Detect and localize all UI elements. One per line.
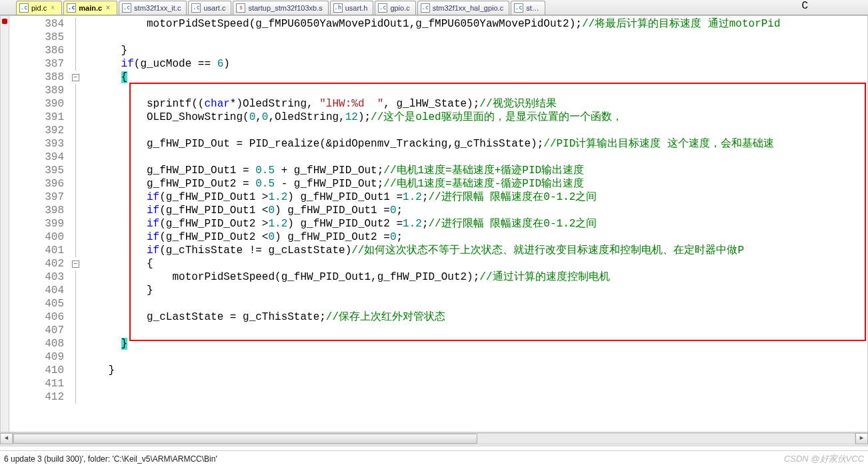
code-row[interactable]: } [83, 284, 867, 297]
fold-guide [75, 97, 76, 111]
fold-cell[interactable] [71, 284, 80, 297]
hscroll-right-button[interactable]: ► [855, 433, 868, 444]
code-row[interactable] [83, 297, 867, 310]
code-lines[interactable]: motorPidSetSpeed(g_fMPU6050YawMovePidOut… [83, 17, 867, 404]
fold-guide [75, 217, 76, 231]
fold-cell[interactable] [71, 390, 80, 404]
tab-label: main.c [79, 4, 102, 12]
code-row[interactable]: g_fHW_PID_Out1 = 0.5 + g_fHW_PID_Out;//电… [83, 164, 867, 177]
code-row[interactable]: if(g_ucMode == 6) [83, 57, 867, 71]
code-row[interactable] [83, 124, 867, 137]
fold-cell[interactable] [71, 137, 80, 151]
code-viewport[interactable]: 3843853863873883893903913923933943953963… [9, 16, 867, 432]
code-row[interactable]: } [83, 44, 867, 57]
fold-cell[interactable] [71, 177, 80, 191]
fold-column[interactable]: −− [71, 16, 80, 404]
fold-cell[interactable] [71, 244, 80, 257]
code-row[interactable]: if(g_fHW_PID_Out2 <0) g_fHW_PID_Out2 =0; [83, 231, 867, 244]
tab-usart-h[interactable]: .husart.h [330, 1, 374, 15]
code-row[interactable] [83, 31, 867, 44]
code-row[interactable]: { [83, 257, 867, 270]
fold-cell[interactable] [71, 97, 80, 111]
fold-cell[interactable] [71, 270, 80, 284]
fold-cell[interactable] [71, 111, 80, 124]
code-row[interactable]: motorPidSetSpeed(g_fHW_PID_Out1,g_fHW_PI… [83, 270, 867, 284]
tab-stm32f1xx-hal-gpio-c[interactable]: .cstm32f1xx_hal_gpio.c [417, 1, 509, 15]
fold-minus-icon[interactable]: − [72, 260, 79, 268]
tab-close-icon[interactable]: × [106, 5, 111, 11]
fold-guide [75, 17, 76, 31]
h-file-icon: .h [333, 3, 343, 13]
fold-guide [75, 337, 76, 350]
fold-cell[interactable] [71, 57, 80, 71]
fold-cell[interactable]: − [71, 257, 80, 270]
code-row[interactable]: if(g_fHW_PID_Out2 >1.2) g_fHW_PID_Out2 =… [83, 217, 867, 231]
fold-cell[interactable] [71, 350, 80, 364]
fold-guide [75, 57, 76, 71]
tab-main-c[interactable]: .cmain.c× [63, 1, 117, 15]
line-number: 384 [9, 17, 71, 31]
fold-guide [75, 44, 76, 57]
code-row[interactable] [83, 377, 867, 390]
fold-cell[interactable] [71, 164, 80, 177]
fold-cell[interactable] [71, 310, 80, 324]
code-row[interactable]: sprintf((char*)OledString, "lHW:%d ", g_… [83, 97, 867, 111]
line-number: 397 [9, 191, 71, 204]
fold-guide [75, 297, 76, 310]
code-row[interactable] [83, 84, 867, 97]
fold-cell[interactable] [71, 377, 80, 390]
hscroll-left-button[interactable]: ◄ [0, 433, 13, 444]
tab-stm32f1xx-it-c[interactable]: .cstm32f1xx_it.c [119, 1, 187, 15]
tab-pid-c[interactable]: .cpid.c× [16, 1, 62, 15]
code-row[interactable]: } [83, 337, 867, 350]
code-row[interactable] [83, 151, 867, 164]
code-row[interactable]: if(g_fHW_PID_Out1 >1.2) g_fHW_PID_Out1 =… [83, 191, 867, 204]
fold-cell[interactable] [71, 31, 80, 44]
hscroll-thumb[interactable] [13, 434, 477, 444]
fold-cell[interactable] [71, 217, 80, 231]
code-row[interactable]: { [83, 71, 867, 84]
code-row[interactable]: OLED_ShowString(0,0,OledString,12);//这个是… [83, 111, 867, 124]
tab-label: startup_stm32f103xb.s [248, 4, 322, 12]
code-row[interactable] [83, 324, 867, 337]
fold-cell[interactable] [71, 364, 80, 377]
fold-cell[interactable] [71, 231, 80, 244]
hscrollbar[interactable]: ◄ ► [0, 432, 868, 444]
fold-cell[interactable] [71, 151, 80, 164]
line-number: 388 [9, 71, 71, 84]
tab-close-icon[interactable]: × [51, 5, 56, 11]
fold-guide [75, 111, 76, 124]
fold-cell[interactable] [71, 44, 80, 57]
line-number: 407 [9, 324, 71, 337]
hscroll-track[interactable] [13, 433, 855, 444]
fold-cell[interactable] [71, 191, 80, 204]
fold-cell[interactable] [71, 17, 80, 31]
line-number: 389 [9, 84, 71, 97]
tab-st-[interactable]: .cst… [511, 1, 545, 15]
tab-gpio-c[interactable]: .cgpio.c [375, 1, 415, 15]
fold-cell[interactable]: − [71, 71, 80, 84]
fold-minus-icon[interactable]: − [72, 74, 79, 81]
line-number: 406 [9, 310, 71, 324]
line-number: 412 [9, 390, 71, 404]
fold-cell[interactable] [71, 124, 80, 137]
code-row[interactable]: g_fHW_PID_Out2 = 0.5 - g_fHW_PID_Out;//电… [83, 177, 867, 191]
line-number: 390 [9, 97, 71, 111]
code-row[interactable] [83, 350, 867, 364]
fold-cell[interactable] [71, 324, 80, 337]
code-row[interactable]: } [83, 364, 867, 377]
fold-cell[interactable] [71, 204, 80, 217]
code-row[interactable]: g_cLastState = g_cThisState;//保存上次红外对管状态 [83, 310, 867, 324]
fold-cell[interactable] [71, 84, 80, 97]
line-number: 385 [9, 31, 71, 44]
tab-usart-c[interactable]: .cusart.c [188, 1, 231, 15]
code-row[interactable]: motorPidSetSpeed(g_fMPU6050YawMovePidOut… [83, 17, 867, 31]
code-row[interactable]: if(g_cThisState != g_cLastState)//如何这次状态… [83, 244, 867, 257]
code-row[interactable] [83, 390, 867, 404]
breakpoint-marker-icon[interactable] [2, 19, 7, 24]
fold-cell[interactable] [71, 337, 80, 350]
tab-startup-stm32f103xb-s[interactable]: sstartup_stm32f103xb.s [233, 1, 328, 15]
code-row[interactable]: g_fHW_PID_Out = PID_realize(&pidOpenmv_T… [83, 137, 867, 151]
code-row[interactable]: if(g_fHW_PID_Out1 <0) g_fHW_PID_Out1 =0; [83, 204, 867, 217]
fold-cell[interactable] [71, 297, 80, 310]
